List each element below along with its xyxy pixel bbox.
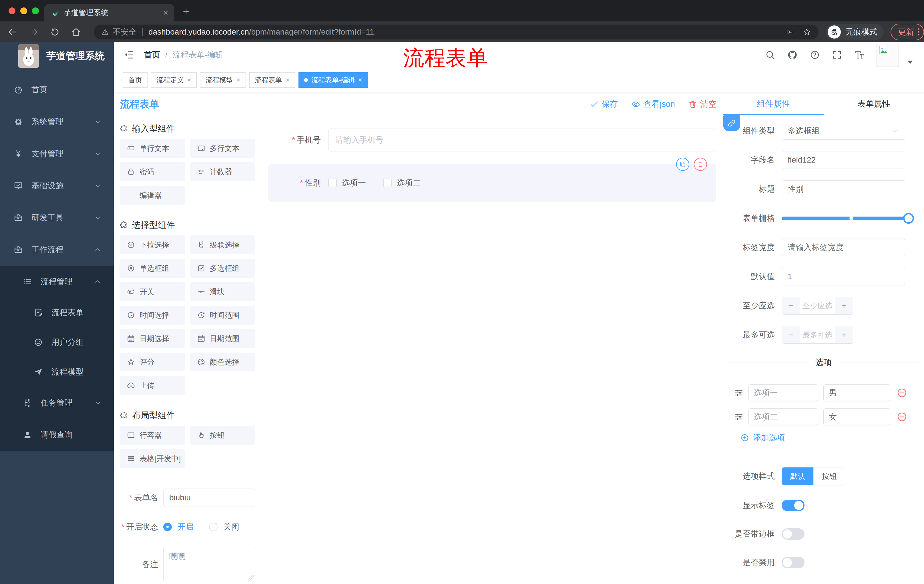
font-size-icon[interactable] bbox=[854, 50, 865, 60]
component-chip-单行文本[interactable]: 单行文本 bbox=[119, 139, 185, 158]
component-chip-级联选择[interactable]: 级联选择 bbox=[190, 235, 256, 254]
link-tab[interactable] bbox=[723, 115, 740, 131]
search-icon[interactable] bbox=[765, 50, 776, 60]
component-chip-多行文本[interactable]: 多行文本 bbox=[190, 139, 256, 158]
tag-流程表单[interactable]: 流程表单 × bbox=[249, 72, 295, 88]
tag-首页[interactable]: 首页 bbox=[123, 72, 147, 88]
component-chip-按钮[interactable]: 按钮 bbox=[190, 426, 256, 444]
sidebar-item-首页[interactable]: 首页 bbox=[0, 74, 114, 106]
traffic-lights[interactable] bbox=[8, 7, 39, 14]
option-value-input[interactable] bbox=[823, 408, 890, 425]
drag-handle-icon[interactable] bbox=[734, 388, 744, 398]
component-chip-编辑器[interactable]: 编辑器 bbox=[119, 186, 185, 204]
tag-流程表单-编辑[interactable]: 流程表单-编辑 × bbox=[299, 72, 368, 88]
tag-流程定义[interactable]: 流程定义 × bbox=[151, 72, 197, 88]
traffic-light-2[interactable] bbox=[32, 7, 39, 14]
sidebar-item-基础设施[interactable]: 基础设施 bbox=[0, 170, 114, 202]
fullscreen-icon[interactable] bbox=[832, 50, 842, 60]
tab-close-icon[interactable]: × bbox=[163, 8, 168, 17]
sidebar-item-任务管理[interactable]: 任务管理 bbox=[0, 387, 114, 419]
browser-tab[interactable]: 芋道管理系统 × bbox=[44, 4, 174, 21]
help-icon[interactable] bbox=[810, 50, 820, 60]
component-type-select[interactable]: 多选框组 bbox=[782, 122, 905, 140]
component-chip-单选框组[interactable]: 单选框组 bbox=[119, 259, 185, 278]
component-chip-多选框组[interactable]: 多选框组 bbox=[190, 259, 256, 278]
avatar[interactable] bbox=[876, 43, 899, 67]
sidebar-item-系统管理[interactable]: 系统管理 bbox=[0, 106, 114, 138]
sidebar-item-请假查询[interactable]: 请假查询 bbox=[0, 419, 114, 451]
component-chip-时间范围[interactable]: 时间范围 bbox=[190, 306, 256, 324]
new-tab-button[interactable] bbox=[182, 7, 190, 16]
status-radio-on[interactable] bbox=[163, 523, 172, 531]
component-chip-滑块[interactable]: 滑块 bbox=[190, 282, 256, 301]
stepper-plus-button[interactable]: + bbox=[835, 297, 853, 314]
component-chip-计数器[interactable]: 123 计数器 bbox=[190, 162, 256, 181]
stepper-plus-button[interactable]: + bbox=[835, 326, 853, 344]
title-input[interactable] bbox=[782, 180, 905, 198]
status-radio-off[interactable] bbox=[209, 523, 218, 531]
traffic-light-0[interactable] bbox=[8, 7, 15, 14]
slider-handle[interactable] bbox=[903, 213, 914, 224]
breadcrumb-home[interactable]: 首页 bbox=[144, 49, 160, 60]
view-json-button[interactable]: 查看json bbox=[631, 99, 675, 110]
option-text-input[interactable] bbox=[749, 384, 818, 401]
sidebar-logo[interactable]: 芋道管理系统 bbox=[0, 42, 114, 70]
component-chip-下拉选择[interactable]: 下拉选择 bbox=[119, 235, 185, 254]
home-icon[interactable] bbox=[71, 27, 81, 37]
component-chip-表格[开发中][interactable]: 表格[开发中] bbox=[119, 449, 185, 468]
toggle-是否带边框[interactable] bbox=[782, 528, 805, 540]
component-chip-日期范围[interactable]: 日期范围 bbox=[190, 329, 256, 348]
phone-input[interactable]: 请输入手机号 bbox=[328, 128, 716, 151]
status-on-label[interactable]: 开启 bbox=[178, 521, 193, 532]
component-chip-评分[interactable]: 评分 bbox=[119, 352, 185, 372]
toggle-显示标签[interactable] bbox=[782, 500, 805, 511]
security-label[interactable]: 不安全 bbox=[113, 26, 137, 38]
sidebar-item-流程表单[interactable]: 流程表单 bbox=[0, 298, 114, 327]
option-value-input[interactable] bbox=[823, 384, 890, 401]
component-chip-颜色选择[interactable]: 颜色选择 bbox=[190, 352, 256, 372]
sidebar-item-流程管理[interactable]: 流程管理 bbox=[0, 266, 114, 298]
component-chip-时间选择[interactable]: 时间选择 bbox=[119, 306, 185, 324]
min-select-placeholder[interactable]: 至少应选 bbox=[800, 297, 835, 314]
sidebar-item-支付管理[interactable]: 支付管理 bbox=[0, 138, 114, 170]
field-name-input[interactable] bbox=[782, 151, 905, 169]
remove-option-button[interactable] bbox=[896, 411, 908, 422]
sidebar-item-流程模型[interactable]: 流程模型 bbox=[0, 357, 114, 387]
canvas-field-gender-selected[interactable]: *性别 选项一 选项二 bbox=[268, 164, 716, 202]
bookmark-star-icon[interactable] bbox=[802, 28, 811, 36]
sidebar-item-工作流程[interactable]: 工作流程 bbox=[0, 234, 114, 266]
url-bar[interactable]: 不安全 dashboard.yudao.iocoder.cn/bpm/manag… bbox=[94, 25, 818, 39]
tag-close-icon[interactable]: × bbox=[358, 76, 362, 84]
option-style-按钮[interactable]: 按钮 bbox=[813, 467, 845, 485]
status-off-label[interactable]: 关闭 bbox=[223, 521, 239, 532]
back-icon[interactable] bbox=[7, 27, 18, 37]
default-value-input[interactable] bbox=[782, 268, 905, 285]
checkbox-选项一[interactable] bbox=[328, 179, 337, 187]
copy-field-button[interactable] bbox=[676, 158, 689, 171]
component-chip-密码[interactable]: 密码 bbox=[119, 162, 185, 181]
max-select-placeholder[interactable]: 最多可选 bbox=[800, 326, 835, 344]
tag-流程模型[interactable]: 流程模型 × bbox=[200, 72, 246, 88]
delete-field-button[interactable] bbox=[694, 158, 707, 171]
form-grid-slider[interactable] bbox=[782, 209, 912, 227]
form-remark-textarea[interactable]: 嘿嘿 bbox=[163, 547, 255, 582]
option-text-input[interactable] bbox=[749, 408, 818, 425]
traffic-light-1[interactable] bbox=[20, 7, 27, 14]
canvas-field-phone[interactable]: *手机号 请输入手机号 bbox=[268, 128, 716, 151]
avatar-caret-icon[interactable] bbox=[905, 57, 916, 67]
sidebar-item-用户分组[interactable]: 用户分组 bbox=[0, 327, 114, 357]
drag-handle-icon[interactable] bbox=[734, 412, 744, 422]
checkbox-选项二[interactable] bbox=[383, 179, 392, 187]
form-name-input[interactable] bbox=[163, 489, 255, 507]
sidebar-collapse-icon[interactable] bbox=[124, 49, 134, 60]
tag-close-icon[interactable]: × bbox=[187, 76, 191, 84]
label-width-input[interactable] bbox=[782, 239, 905, 256]
form-canvas[interactable]: *手机号 请输入手机号 *性别 选项一 选项二 bbox=[261, 116, 723, 584]
update-button[interactable]: 更新 bbox=[891, 24, 924, 40]
clear-button[interactable]: 清空 bbox=[688, 99, 717, 110]
forward-icon[interactable] bbox=[29, 27, 39, 37]
password-key-icon[interactable] bbox=[785, 28, 794, 36]
component-chip-日期选择[interactable]: 日期选择 bbox=[119, 329, 185, 348]
tab-form-props[interactable]: 表单属性 bbox=[823, 93, 924, 115]
remove-option-button[interactable] bbox=[896, 387, 908, 398]
